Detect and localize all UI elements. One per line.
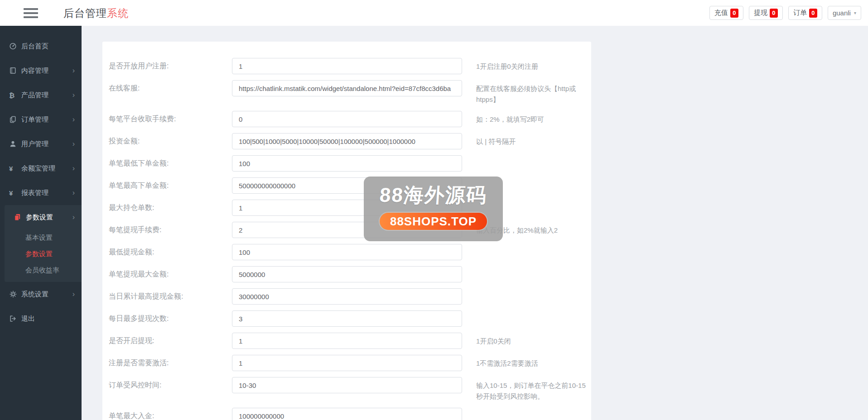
sidebar-item-products[interactable]: ₿产品管理› bbox=[0, 83, 82, 107]
form-row: 投资金额: 以 | 符号隔开 bbox=[109, 133, 591, 149]
form-row: 当日累计最高提现金额: bbox=[109, 288, 591, 305]
sidebar-subitem-basic-settings[interactable]: 基本设置 bbox=[5, 229, 82, 246]
sidebar-item-yuebao[interactable]: ¥余额宝管理› bbox=[0, 156, 82, 181]
chevron-right-icon: › bbox=[72, 67, 75, 74]
field-input-11[interactable] bbox=[232, 310, 462, 327]
sidebar-item-dashboard[interactable]: 后台首页 bbox=[0, 34, 82, 58]
app-title-dark: 后台管理 bbox=[63, 7, 107, 19]
field-hint: 如：2%，就填写2即可 bbox=[476, 111, 590, 127]
app-title-red: 系统 bbox=[107, 7, 129, 19]
field-label: 每笔提现手续费: bbox=[109, 222, 232, 238]
gears-icon bbox=[9, 290, 21, 298]
form-row: 订单受风控时间: 输入10-15，则订单在平仓之前10-15秒开始受到风控影响。 bbox=[109, 377, 591, 402]
field-hint bbox=[476, 288, 590, 305]
form-row: 单笔提现最大金额: bbox=[109, 266, 591, 282]
field-label: 注册是否需要激活: bbox=[109, 355, 232, 371]
chevron-right-icon: › bbox=[72, 116, 75, 123]
field-input-9[interactable] bbox=[232, 266, 462, 282]
field-input-15[interactable] bbox=[232, 408, 462, 420]
field-input-0[interactable] bbox=[232, 58, 462, 74]
field-input-1[interactable] bbox=[232, 80, 462, 96]
yuan-icon: ¥ bbox=[9, 189, 21, 197]
form-row: 最低提现金额: bbox=[109, 244, 591, 260]
bitcoin-icon: ₿ bbox=[9, 91, 21, 99]
field-input-14[interactable] bbox=[232, 377, 462, 393]
chevron-right-icon: › bbox=[72, 291, 75, 298]
field-label: 单笔最高下单金额: bbox=[109, 177, 232, 194]
field-input-10[interactable] bbox=[232, 288, 462, 305]
field-hint: 1不需激活2需要激活 bbox=[476, 355, 590, 371]
sidebar-item-label: 余额宝管理 bbox=[21, 164, 55, 173]
sidebar-item-system[interactable]: 系统设置› bbox=[0, 282, 82, 306]
field-hint: 1开启0关闭 bbox=[476, 333, 590, 349]
copy-icon bbox=[9, 115, 21, 124]
form-row: 每笔平台收取手续费: 如：2%，就填写2即可 bbox=[109, 111, 591, 127]
orders-button[interactable]: 订单 0 bbox=[788, 6, 822, 20]
form-row: 是否开放用户注册: 1开启注册0关闭注册 bbox=[109, 58, 591, 74]
field-label: 在线客服: bbox=[109, 80, 232, 105]
field-hint bbox=[476, 408, 590, 420]
chevron-right-icon: › bbox=[72, 214, 75, 221]
field-hint: 1开启注册0关闭注册 bbox=[476, 58, 590, 74]
sidebar-subitem-parameters[interactable]: 参数设置 bbox=[5, 246, 82, 262]
sidebar: 后台首页内容管理›₿产品管理›订单管理›用户管理›¥余额宝管理›¥报表管理›参数… bbox=[0, 26, 82, 420]
gauge-icon bbox=[9, 42, 21, 50]
form-row: 最大持仓单数: bbox=[109, 200, 591, 216]
sidebar-item-label: 退出 bbox=[21, 315, 35, 323]
field-hint: 以 | 符号隔开 bbox=[476, 133, 590, 149]
yuan-icon: ¥ bbox=[9, 165, 21, 172]
form-row: 单笔最高下单金额: bbox=[109, 177, 591, 194]
field-input-12[interactable] bbox=[232, 333, 462, 349]
field-label: 订单受风控时间: bbox=[109, 377, 232, 402]
settings-form-panel: 是否开放用户注册: 1开启注册0关闭注册 在线客服: 配置在线客服必须协议头【h… bbox=[102, 42, 591, 420]
sidebar-item-label: 参数设置 bbox=[26, 213, 53, 222]
sidebar-item-label: 内容管理 bbox=[21, 67, 48, 75]
field-input-8[interactable] bbox=[232, 244, 462, 260]
sidebar-item-content[interactable]: 内容管理› bbox=[0, 58, 82, 83]
header: 后台管理系统 充值 0 提现 0 订单 0 guanli ▾ bbox=[0, 0, 868, 26]
form-row: 每笔提现手续费: 输入百分比，如2%就输入2 bbox=[109, 222, 591, 238]
field-input-3[interactable] bbox=[232, 133, 462, 149]
field-label: 每笔平台收取手续费: bbox=[109, 111, 232, 127]
logout-icon bbox=[9, 315, 21, 323]
book-icon bbox=[9, 67, 21, 75]
form-row: 注册是否需要激活: 1不需激活2需要激活 bbox=[109, 355, 591, 371]
files-icon bbox=[14, 213, 26, 221]
field-label: 最低提现金额: bbox=[109, 244, 232, 260]
recharge-label: 充值 bbox=[714, 9, 728, 17]
watermark-title: 88海外源码 bbox=[363, 182, 504, 209]
form-row: 在线客服: 配置在线客服必须协议头【http或htpps】 bbox=[109, 80, 591, 105]
chevron-right-icon: › bbox=[72, 91, 75, 99]
sidebar-item-label: 产品管理 bbox=[21, 91, 48, 100]
field-label: 是否开放用户注册: bbox=[109, 58, 232, 74]
orders-label: 订单 bbox=[793, 9, 807, 17]
chevron-down-icon: ▾ bbox=[854, 10, 856, 15]
username: guanli bbox=[833, 9, 851, 17]
sidebar-item-label: 订单管理 bbox=[21, 115, 48, 124]
field-input-2[interactable] bbox=[232, 111, 462, 127]
watermark: 88海外源码 88SHOPS.TOP bbox=[364, 177, 503, 241]
field-label: 当日累计最高提现金额: bbox=[109, 288, 232, 305]
app-title: 后台管理系统 bbox=[63, 6, 129, 20]
field-hint bbox=[476, 244, 590, 260]
sidebar-item-parameters[interactable]: 参数设置› bbox=[5, 205, 82, 229]
user-menu-button[interactable]: guanli ▾ bbox=[828, 6, 861, 20]
field-label: 最大持仓单数: bbox=[109, 200, 232, 216]
withdraw-button[interactable]: 提现 0 bbox=[749, 6, 783, 20]
sidebar-item-orders[interactable]: 订单管理› bbox=[0, 107, 82, 132]
form-row: 单笔最大入金: bbox=[109, 408, 591, 420]
hamburger-menu-icon[interactable] bbox=[24, 8, 38, 18]
settings-form: 是否开放用户注册: 1开启注册0关闭注册 在线客服: 配置在线客服必须协议头【h… bbox=[102, 42, 591, 420]
sidebar-item-reports[interactable]: ¥报表管理› bbox=[0, 181, 82, 205]
sidebar-group-parameters: 参数设置›基本设置参数设置会员收益率 bbox=[5, 205, 82, 282]
sidebar-subitem-member-yield[interactable]: 会员收益率 bbox=[5, 262, 82, 278]
sidebar-item-logout[interactable]: 退出 bbox=[0, 306, 82, 331]
field-input-4[interactable] bbox=[232, 155, 462, 172]
sidebar-item-users[interactable]: 用户管理› bbox=[0, 132, 82, 156]
orders-badge: 0 bbox=[809, 9, 817, 18]
admin-page: 后台管理系统 充值 0 提现 0 订单 0 guanli ▾ 后台首页内容管理›… bbox=[0, 0, 868, 420]
chevron-right-icon: › bbox=[72, 140, 75, 148]
field-input-13[interactable] bbox=[232, 355, 462, 371]
recharge-button[interactable]: 充值 0 bbox=[709, 6, 743, 20]
field-label: 是否开启提现: bbox=[109, 333, 232, 349]
